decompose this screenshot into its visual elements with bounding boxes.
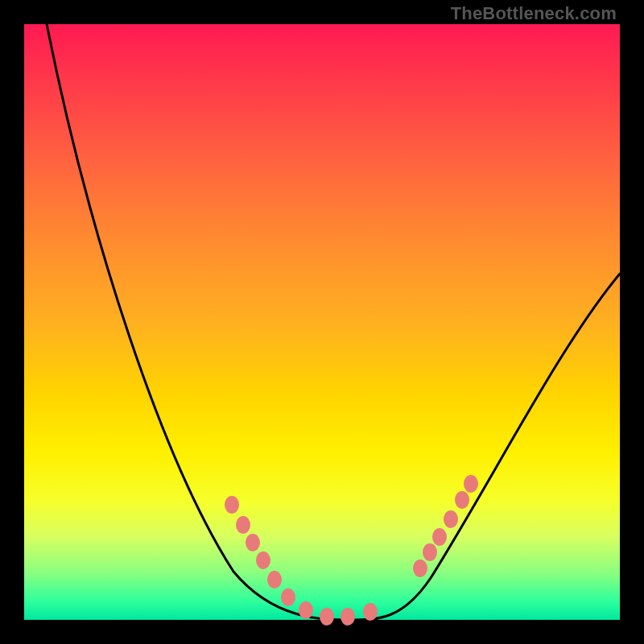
curve-marker	[225, 496, 239, 514]
marker-group	[225, 475, 478, 625]
curve-marker	[267, 571, 282, 588]
chart-frame	[24, 24, 620, 620]
curve-marker	[455, 491, 469, 509]
bottleneck-curve	[47, 24, 620, 620]
curve-marker	[423, 543, 437, 561]
curve-marker	[281, 588, 295, 606]
curve-marker	[341, 608, 355, 625]
curve-marker	[320, 608, 334, 625]
curve-marker	[464, 475, 478, 493]
chart-svg	[24, 24, 620, 620]
curve-marker	[432, 528, 447, 546]
curve-marker	[299, 601, 313, 619]
curve-marker	[363, 603, 378, 621]
curve-marker	[413, 559, 427, 577]
attribution-text: TheBottleneck.com	[451, 3, 617, 24]
curve-marker	[246, 534, 260, 551]
curve-marker	[256, 551, 270, 569]
curve-marker	[236, 516, 250, 534]
curve-marker	[444, 510, 458, 528]
